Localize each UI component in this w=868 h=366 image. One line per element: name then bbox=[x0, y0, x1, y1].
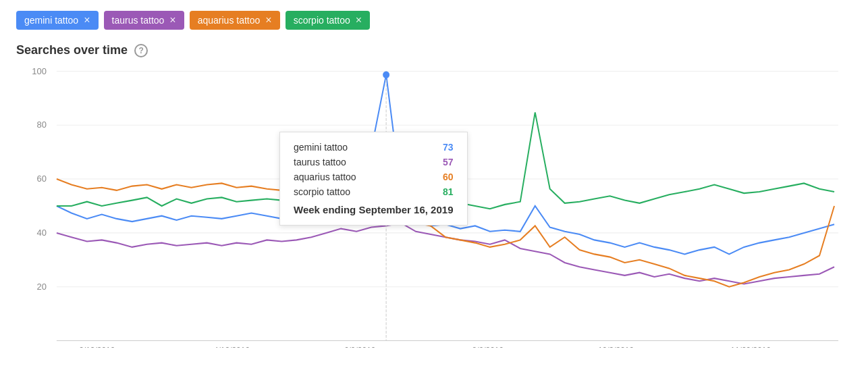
tooltip-row-aquarius: aquarius tattoo 60 bbox=[294, 172, 454, 182]
svg-text:20: 20 bbox=[37, 282, 47, 292]
tag-scorpio[interactable]: scorpio tattoo × bbox=[286, 11, 370, 30]
tag-taurus[interactable]: taurus tattoo × bbox=[104, 11, 184, 30]
svg-text:11/29/2019: 11/29/2019 bbox=[730, 346, 771, 348]
tooltip-label-gemini: gemini tattoo bbox=[294, 142, 348, 153]
svg-text:4/12/2019: 4/12/2019 bbox=[214, 346, 250, 348]
svg-text:6/9/2019: 6/9/2019 bbox=[344, 346, 376, 348]
tag-gemini[interactable]: gemini tattoo × bbox=[16, 11, 99, 30]
svg-text:2/13/2019: 2/13/2019 bbox=[79, 346, 115, 348]
svg-text:8/6/2019: 8/6/2019 bbox=[472, 346, 504, 348]
tooltip-value-scorpio: 81 bbox=[443, 186, 454, 197]
tags-row: gemini tattoo × taurus tattoo × aquarius… bbox=[16, 11, 852, 30]
tag-taurus-close[interactable]: × bbox=[169, 15, 175, 26]
svg-text:60: 60 bbox=[37, 174, 47, 184]
tag-scorpio-close[interactable]: × bbox=[356, 15, 362, 26]
svg-text:80: 80 bbox=[37, 120, 47, 130]
tooltip-value-gemini: 73 bbox=[443, 142, 454, 153]
tag-taurus-label: taurus tattoo bbox=[112, 15, 165, 26]
chart-container: 100 80 60 40 20 2/13/2019 4/12/2019 6/9/… bbox=[16, 64, 852, 348]
svg-text:100: 100 bbox=[32, 66, 47, 76]
tooltip-value-aquarius: 60 bbox=[443, 172, 454, 182]
tooltip-row-scorpio: scorpio tattoo 81 bbox=[294, 186, 454, 197]
tooltip-dot-gemini bbox=[383, 72, 389, 79]
section-header: Searches over time ? bbox=[16, 43, 852, 57]
help-icon[interactable]: ? bbox=[134, 44, 148, 57]
svg-text:40: 40 bbox=[37, 228, 47, 238]
tag-gemini-label: gemini tattoo bbox=[24, 15, 78, 26]
tooltip-label-taurus: taurus tattoo bbox=[294, 157, 346, 167]
tag-aquarius[interactable]: aquarius tattoo × bbox=[190, 11, 280, 30]
tooltip-label-scorpio: scorpio tattoo bbox=[294, 186, 350, 197]
line-taurus bbox=[57, 223, 834, 284]
tag-scorpio-label: scorpio tattoo bbox=[294, 15, 350, 26]
tooltip-label-aquarius: aquarius tattoo bbox=[294, 172, 356, 182]
tooltip-row-gemini: gemini tattoo 73 bbox=[294, 142, 454, 153]
tooltip-value-taurus: 57 bbox=[443, 157, 454, 167]
tooltip-row-taurus: taurus tattoo 57 bbox=[294, 157, 454, 167]
tooltip: gemini tattoo 73 taurus tattoo 57 aquari… bbox=[279, 132, 468, 226]
tag-aquarius-close[interactable]: × bbox=[265, 15, 271, 26]
tag-aquarius-label: aquarius tattoo bbox=[198, 15, 261, 26]
section-title: Searches over time bbox=[16, 43, 128, 57]
svg-text:10/3/2019: 10/3/2019 bbox=[598, 346, 634, 348]
tooltip-date: Week ending September 16, 2019 bbox=[294, 204, 454, 215]
tag-gemini-close[interactable]: × bbox=[84, 15, 90, 26]
